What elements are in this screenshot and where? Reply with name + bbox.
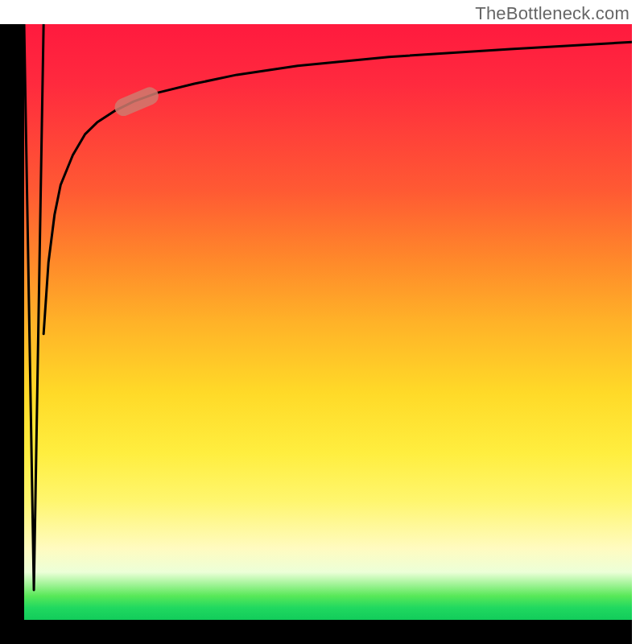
watermark-text: TheBottleneck.com — [475, 3, 630, 24]
y-axis-bar — [0, 24, 24, 620]
plot-gradient-background — [24, 24, 632, 620]
x-axis-bar — [0, 620, 644, 644]
right-margin — [632, 0, 644, 644]
chart-frame: TheBottleneck.com — [0, 0, 644, 644]
